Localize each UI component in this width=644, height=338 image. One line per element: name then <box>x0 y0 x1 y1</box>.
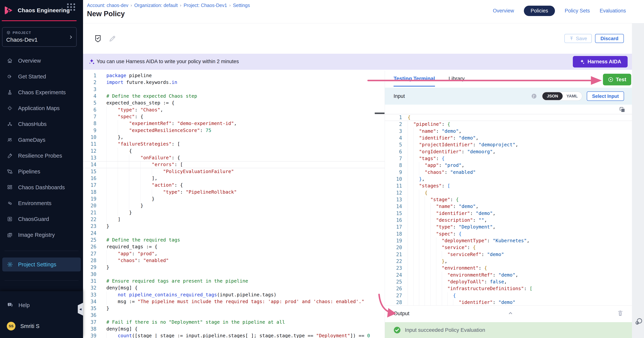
code-line[interactable]: 28 "chaos": "enabled" <box>83 257 385 264</box>
code-line[interactable]: 17 "action": { <box>83 182 385 188</box>
input-json-editor[interactable]: 1{2 "pipeline": {3 "name": "demo",4 "ide… <box>385 105 632 306</box>
sidebar-item-get-started[interactable]: Get Started <box>0 69 83 85</box>
code-line[interactable]: 22 }, <box>385 258 632 265</box>
code-line[interactable]: 1package pipeline <box>83 72 385 79</box>
code-line[interactable]: 20 } <box>83 202 385 209</box>
code-line[interactable]: 23 "environment": { <box>385 265 632 271</box>
nav-tab-overview[interactable]: Overview <box>493 8 514 14</box>
code-line[interactable]: 35} <box>83 305 385 312</box>
trash-icon[interactable] <box>617 310 624 316</box>
code-line[interactable]: 25 "deployToAll": false, <box>385 278 632 285</box>
code-line[interactable]: 10 }, <box>385 176 632 182</box>
code-line[interactable]: 16 ], <box>83 175 385 182</box>
code-line[interactable]: 23} <box>83 223 385 230</box>
code-line[interactable]: 31# Ensure required tags are present in … <box>83 278 385 284</box>
code-line[interactable]: 22 ] <box>83 216 385 223</box>
shield-check-icon[interactable] <box>94 34 102 43</box>
code-line[interactable]: 21 } <box>83 209 385 216</box>
sidebar-item-chaosguard[interactable]: ChaosGuard <box>0 211 83 227</box>
code-line[interactable]: 15 "identifier": "demo", <box>385 210 632 217</box>
code-line[interactable]: 2 "pipeline": { <box>385 121 632 128</box>
code-line[interactable]: 10 }, <box>83 134 385 141</box>
copy-icon[interactable] <box>619 106 626 113</box>
code-line[interactable]: 20 "service": { <box>385 244 632 251</box>
help-button[interactable]: ? Help <box>7 302 30 308</box>
code-line[interactable]: 12 { <box>385 189 632 196</box>
code-line[interactable]: 19 "deploymentType": "Kubernetes", <box>385 237 632 244</box>
breadcrumb-item[interactable]: Settings <box>233 3 250 8</box>
code-line[interactable]: 12 { <box>83 148 385 154</box>
code-line[interactable]: 36 <box>83 312 385 318</box>
code-line[interactable]: 21 "serviceRef": "demo" <box>385 251 632 258</box>
code-line[interactable]: 9 "expectedResilienceScore": 75 <box>83 127 385 134</box>
code-line[interactable]: 3 <box>83 86 385 93</box>
code-line[interactable]: 5expected_chaos_step := { <box>83 100 385 106</box>
code-line[interactable]: 27 "app": "prod", <box>83 250 385 257</box>
edit-pencil-icon[interactable] <box>108 35 116 43</box>
code-line[interactable]: 27 { <box>385 292 632 299</box>
code-line[interactable]: 38deny[msg] { <box>83 325 385 332</box>
save-button[interactable]: Save <box>564 34 592 43</box>
code-line[interactable]: 24 "environmentRef": "demo", <box>385 272 632 278</box>
code-line[interactable]: 30 <box>83 271 385 278</box>
code-line[interactable]: 3 "name": "demo", <box>385 128 632 135</box>
policy-code-editor[interactable]: 1package pipeline2import future.keywords… <box>83 71 385 338</box>
code-line[interactable]: 28 "identifier": "demo" <box>385 299 632 306</box>
code-line[interactable]: 8 "experimentRef": "demo-experiment-id", <box>83 120 385 127</box>
code-line[interactable]: 17 "type": "Deployment", <box>385 224 632 230</box>
sidebar-item-chaos-experiments[interactable]: Chaos Experiments <box>0 85 83 100</box>
sidebar-item-chaos-dashboards[interactable]: Chaos Dashboards <box>0 179 83 195</box>
user-menu[interactable]: SS Smriti S <box>7 322 40 330</box>
code-line[interactable]: 33 not pipeline_contains_required_tags(i… <box>83 291 385 298</box>
code-line[interactable]: 7 "tags": { <box>385 155 632 162</box>
code-line[interactable]: 25# Define the required tags <box>83 237 385 243</box>
format-json-option[interactable]: JSON <box>542 92 563 100</box>
code-line[interactable]: 14 "name": "demo", <box>385 203 632 210</box>
tab-library[interactable]: Library <box>448 76 465 86</box>
code-line[interactable]: 4 "identifier": "demo", <box>385 135 632 141</box>
code-line[interactable]: 16 "description": "", <box>385 217 632 224</box>
sidebar-item-gamedays[interactable]: GameDays <box>0 132 83 148</box>
discard-button[interactable]: Discard <box>595 34 624 43</box>
code-line[interactable]: 32deny[msg] { <box>83 284 385 291</box>
sidebar-item-pipelines[interactable]: Pipelines <box>0 164 83 179</box>
code-line[interactable]: 39 count([stage | stage := input.pipelin… <box>83 332 385 338</box>
code-line[interactable]: 6 "type": "Chaos", <box>83 107 385 113</box>
code-line[interactable]: 18 "type": "PipelineRollback" <box>83 189 385 195</box>
support-chat-icon[interactable] <box>634 317 643 326</box>
nav-tab-policy-sets[interactable]: Policy Sets <box>565 8 590 14</box>
format-toggle[interactable]: JSON YAML <box>542 92 582 101</box>
format-icon[interactable] <box>531 93 537 99</box>
code-line[interactable]: 29} <box>83 264 385 271</box>
nav-tab-policies[interactable]: Policies <box>524 6 555 16</box>
test-button[interactable]: Test <box>603 74 631 85</box>
code-line[interactable]: 11 "stages": [ <box>385 182 632 189</box>
code-line[interactable]: 26 "infrastructureDefinitions": [ <box>385 285 632 292</box>
chevron-up-icon[interactable] <box>507 310 514 316</box>
sidebar-item-image-registry[interactable]: Image Registry <box>0 227 83 243</box>
code-line[interactable]: 5 "projectIdentifier": "demoproject", <box>385 141 632 148</box>
breadcrumb-item[interactable]: Organization: default <box>134 3 178 8</box>
code-line[interactable]: 26required_tags := { <box>83 243 385 250</box>
select-input-button[interactable]: Select Input <box>587 91 624 101</box>
code-line[interactable]: 9 "chaos": "enabled" <box>385 169 632 176</box>
harness-aida-button[interactable]: Harness AIDA <box>573 56 628 68</box>
code-line[interactable]: 18 "spec": { <box>385 231 632 237</box>
sidebar-item-chaoshubs[interactable]: ChaosHubs <box>0 116 83 132</box>
breadcrumb-item[interactable]: Account: chaos-dev <box>87 3 128 8</box>
code-line[interactable]: 24 <box>83 230 385 237</box>
sidebar-item-resilience-probes[interactable]: Resilience Probes <box>0 148 83 164</box>
project-selector[interactable]: PROJECT Chaos-Dev1 <box>2 27 77 47</box>
code-line[interactable]: 15 "PolicyEvaluationFailure" <box>83 168 385 175</box>
code-line[interactable]: 13 "stage": { <box>385 196 632 203</box>
code-line[interactable]: 7 "spec": { <box>83 113 385 120</box>
code-line[interactable]: 8 "app": "prod", <box>385 162 632 169</box>
code-line[interactable]: 37# Fail if there is no "Deployment" sta… <box>83 319 385 325</box>
code-line[interactable]: 14 "errors": [ <box>83 161 385 168</box>
code-line[interactable]: 13 "onFailure": { <box>83 154 385 161</box>
sidebar-item-application-maps[interactable]: Application Maps <box>0 100 83 116</box>
tab-testing-terminal[interactable]: Testing Terminal <box>394 76 435 87</box>
breadcrumb-item[interactable]: Project: Chaos-Dev1 <box>184 3 227 8</box>
format-yaml-option[interactable]: YAML <box>563 92 582 100</box>
sidebar-item-environments[interactable]: Environments <box>0 195 83 211</box>
